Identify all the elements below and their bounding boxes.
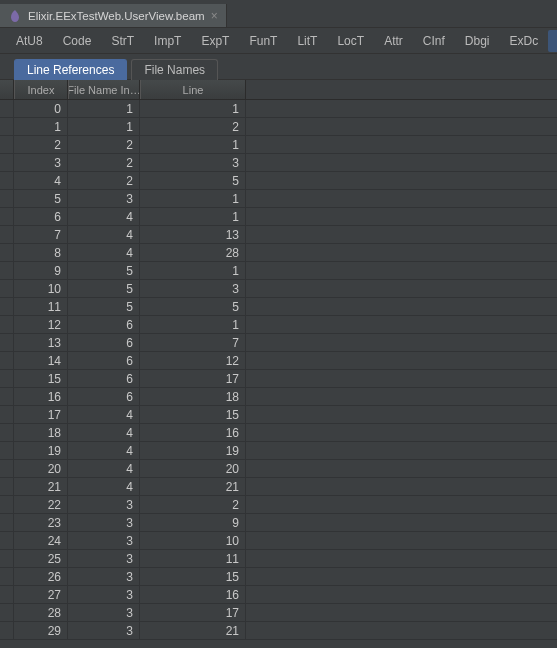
table-row[interactable]: 323	[0, 154, 557, 172]
chunk-tab-attr[interactable]: Attr	[374, 30, 413, 52]
table-row[interactable]: 425	[0, 172, 557, 190]
cell-line: 7	[140, 334, 246, 351]
cell-line: 1	[140, 208, 246, 225]
table-row[interactable]: 951	[0, 262, 557, 280]
cell-file-name-index: 5	[68, 298, 140, 315]
table-row[interactable]: 16618	[0, 388, 557, 406]
file-tab-label: Elixir.EExTestWeb.UserView.beam	[28, 10, 205, 22]
row-gutter	[0, 154, 14, 171]
table-row[interactable]: 2339	[0, 514, 557, 532]
cell-index: 10	[14, 280, 68, 297]
table-row[interactable]: 20420	[0, 460, 557, 478]
cell-file-name-index: 3	[68, 568, 140, 585]
row-gutter	[0, 244, 14, 261]
cell-line: 1	[140, 316, 246, 333]
chunk-tab-strt[interactable]: StrT	[101, 30, 144, 52]
table-row[interactable]: 011	[0, 100, 557, 118]
cell-line: 18	[140, 388, 246, 405]
row-gutter	[0, 514, 14, 531]
column-header-file-name-index[interactable]: File Name In…	[68, 80, 140, 99]
chunk-tab-dbgi[interactable]: Dbgi	[455, 30, 500, 52]
cell-line: 20	[140, 460, 246, 477]
row-gutter	[0, 460, 14, 477]
row-gutter	[0, 172, 14, 189]
cell-file-name-index: 1	[68, 118, 140, 135]
cell-line: 1	[140, 262, 246, 279]
cell-file-name-index: 4	[68, 244, 140, 261]
cell-file-name-index: 4	[68, 460, 140, 477]
table-row[interactable]: 641	[0, 208, 557, 226]
cell-index: 23	[14, 514, 68, 531]
table-body[interactable]: 0111122213234255316417413842895110531155…	[0, 100, 557, 648]
chunk-tab-impt[interactable]: ImpT	[144, 30, 191, 52]
cell-index: 11	[14, 298, 68, 315]
chunk-tab-cinf[interactable]: CInf	[413, 30, 455, 52]
table-row[interactable]: 24310	[0, 532, 557, 550]
chunk-tab-exdc[interactable]: ExDc	[500, 30, 549, 52]
cell-file-name-index: 2	[68, 154, 140, 171]
sub-tab-file-names[interactable]: File Names	[131, 59, 218, 80]
sub-tabs: Line ReferencesFile Names	[0, 54, 557, 80]
table-row[interactable]: 15617	[0, 370, 557, 388]
row-gutter	[0, 550, 14, 567]
row-gutter	[0, 136, 14, 153]
row-gutter	[0, 208, 14, 225]
cell-index: 6	[14, 208, 68, 225]
cell-index: 18	[14, 424, 68, 441]
chunk-tab-line[interactable]: Line	[548, 30, 557, 52]
table-row[interactable]: 28317	[0, 604, 557, 622]
chunk-tab-loct[interactable]: LocT	[327, 30, 374, 52]
cell-line: 21	[140, 478, 246, 495]
row-gutter	[0, 118, 14, 135]
chunk-tab-expt[interactable]: ExpT	[191, 30, 239, 52]
row-gutter	[0, 316, 14, 333]
cell-line: 1	[140, 100, 246, 117]
cell-file-name-index: 3	[68, 586, 140, 603]
cell-line: 28	[140, 244, 246, 261]
cell-file-name-index: 1	[68, 100, 140, 117]
chunk-tab-litt[interactable]: LitT	[287, 30, 327, 52]
file-tab[interactable]: Elixir.EExTestWeb.UserView.beam ×	[0, 4, 227, 27]
column-header-line[interactable]: Line	[140, 80, 246, 99]
cell-index: 16	[14, 388, 68, 405]
cell-file-name-index: 4	[68, 478, 140, 495]
table-row[interactable]: 2232	[0, 496, 557, 514]
row-gutter	[0, 442, 14, 459]
table-row[interactable]: 531	[0, 190, 557, 208]
table-row[interactable]: 25311	[0, 550, 557, 568]
table-row[interactable]: 1155	[0, 298, 557, 316]
table-row[interactable]: 7413	[0, 226, 557, 244]
cell-index: 2	[14, 136, 68, 153]
chunk-tab-funt[interactable]: FunT	[239, 30, 287, 52]
table-row[interactable]: 21421	[0, 478, 557, 496]
cell-file-name-index: 3	[68, 622, 140, 639]
table-row[interactable]: 18416	[0, 424, 557, 442]
chunk-tab-atu8[interactable]: AtU8	[6, 30, 53, 52]
chunk-tab-code[interactable]: Code	[53, 30, 102, 52]
row-gutter	[0, 568, 14, 585]
chunk-tabs: AtU8CodeStrTImpTExpTFunTLitTLocTAttrCInf…	[0, 28, 557, 54]
column-header-index[interactable]: Index	[14, 80, 68, 99]
table-row[interactable]: 1261	[0, 316, 557, 334]
table-row[interactable]: 1367	[0, 334, 557, 352]
close-icon[interactable]: ×	[211, 9, 218, 23]
table-row[interactable]: 1053	[0, 280, 557, 298]
table-row[interactable]: 221	[0, 136, 557, 154]
table-row[interactable]: 26315	[0, 568, 557, 586]
table-row[interactable]: 29321	[0, 622, 557, 640]
cell-file-name-index: 4	[68, 424, 140, 441]
table-row[interactable]: 27316	[0, 586, 557, 604]
cell-line: 3	[140, 280, 246, 297]
table-row[interactable]: 14612	[0, 352, 557, 370]
table-row[interactable]: 17415	[0, 406, 557, 424]
table-row[interactable]: 8428	[0, 244, 557, 262]
cell-file-name-index: 5	[68, 280, 140, 297]
table-row[interactable]: 112	[0, 118, 557, 136]
sub-tab-line-references[interactable]: Line References	[14, 59, 127, 80]
cell-line: 2	[140, 496, 246, 513]
row-gutter	[0, 100, 14, 117]
cell-file-name-index: 4	[68, 226, 140, 243]
cell-line: 21	[140, 622, 246, 639]
table-row[interactable]: 19419	[0, 442, 557, 460]
cell-index: 7	[14, 226, 68, 243]
